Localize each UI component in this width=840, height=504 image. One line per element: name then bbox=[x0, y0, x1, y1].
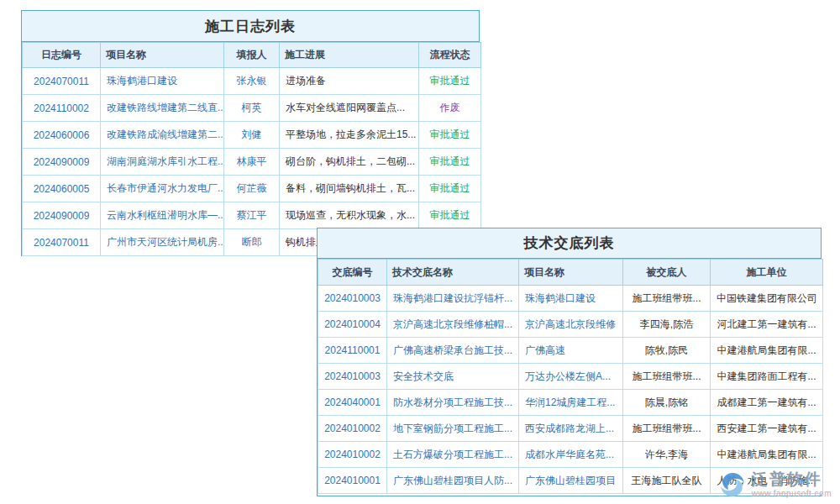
reporter-link[interactable]: 林康平 bbox=[237, 155, 267, 167]
construction-log-table: 日志编号项目名称填报人施工进展流程状态 2024070011珠海鹤港口建设张永银… bbox=[22, 42, 481, 256]
construction-log-title: 施工日志列表 bbox=[22, 11, 479, 42]
project-cell: 广东佛山碧桂园项目 bbox=[519, 468, 623, 494]
reporter-link[interactable]: 蔡江平 bbox=[237, 209, 267, 221]
id-link[interactable]: 2024010003 bbox=[324, 292, 381, 304]
project-link[interactable]: 华润12城房建工程... bbox=[525, 396, 615, 408]
person-cell: 施工班组带班... bbox=[623, 286, 711, 312]
id-link[interactable]: 2024090009 bbox=[34, 156, 90, 168]
column-header-name: 技术交底名称 bbox=[387, 260, 519, 286]
project-cell: 珠海鹤港口建设 bbox=[101, 68, 224, 95]
unit-cell: 河北建工第一建筑有... bbox=[711, 312, 823, 338]
column-header-reporter: 填报人 bbox=[224, 43, 280, 68]
name-link[interactable]: 广佛高速桥梁承台施工技... bbox=[393, 344, 512, 356]
column-header-progress: 施工进展 bbox=[280, 43, 419, 68]
project-link[interactable]: 西安成都路龙湖上... bbox=[525, 423, 614, 434]
project-link[interactable]: 湖南洞庭湖水库引水工程... bbox=[107, 155, 224, 167]
project-link[interactable]: 珠海鹤港口建设 bbox=[525, 292, 596, 304]
name-link[interactable]: 珠海鹤港口建设抗浮锚杆... bbox=[393, 292, 512, 304]
id-cell: 2024010001 bbox=[318, 468, 387, 494]
id-link[interactable]: 2024010002 bbox=[324, 449, 381, 460]
progress-cell: 平整场地，拉走多余泥土15... bbox=[280, 122, 419, 149]
table-row: 2024090009云南水利枢纽潜明水库—...蔡江平现场巡查，无积水现象，水.… bbox=[23, 202, 481, 229]
column-header-id: 交底编号 bbox=[318, 260, 387, 286]
project-link[interactable]: 云南水利枢纽潜明水库—... bbox=[107, 209, 224, 221]
status-cell: 审批通过 bbox=[419, 149, 481, 176]
progress-cell: 现场巡查，无积水现象，水... bbox=[280, 202, 419, 229]
table-row: 2024090009湖南洞庭湖水库引水工程...林康平砌台阶，钩机排土，二包砌.… bbox=[23, 149, 481, 176]
project-link[interactable]: 成都水岸华庭名苑... bbox=[525, 449, 614, 460]
reporter-link[interactable]: 张永银 bbox=[237, 75, 267, 87]
status-text: 审批通过 bbox=[430, 75, 470, 87]
reporter-cell: 林康平 bbox=[224, 149, 280, 176]
project-link[interactable]: 改建铁路成渝线增建第二... bbox=[107, 129, 224, 140]
vendor-watermark: 泛普软件 www.fanpusoft.com bbox=[718, 470, 832, 499]
table-row: 2024010004京沪高速北京段维修桩帽...京沪高速北京段维修李四海,陈浩河… bbox=[318, 312, 823, 338]
reporter-cell: 何芷薇 bbox=[224, 176, 280, 202]
technical-disclosure-body: 2024010003珠海鹤港口建设抗浮锚杆...珠海鹤港口建设施工班组带班...… bbox=[318, 286, 823, 494]
project-link[interactable]: 万达办公楼左侧A... bbox=[525, 370, 611, 382]
vendor-watermark-texts: 泛普软件 www.fanpusoft.com bbox=[752, 471, 832, 498]
person-cell: 陈牧,陈民 bbox=[623, 338, 711, 364]
reporter-link[interactable]: 柯英 bbox=[242, 102, 262, 113]
project-link[interactable]: 长春市伊通河水力发电厂... bbox=[107, 182, 224, 194]
id-link[interactable]: 2024010004 bbox=[324, 318, 381, 330]
project-link[interactable]: 广佛高速 bbox=[525, 344, 565, 356]
technical-disclosure-table: 交底编号技术交底名称项目名称被交底人施工单位 2024010003珠海鹤港口建设… bbox=[318, 259, 823, 494]
project-link[interactable]: 广东佛山碧桂园项目 bbox=[525, 475, 616, 486]
name-link[interactable]: 京沪高速北京段维修桩帽... bbox=[393, 318, 512, 330]
id-cell: 2024010002 bbox=[318, 416, 387, 442]
table-row: 2024060006改建铁路成渝线增建第二...刘健平整场地，拉走多余泥土15.… bbox=[23, 122, 481, 149]
reporter-link[interactable]: 断郎 bbox=[242, 236, 262, 248]
project-cell: 京沪高速北京段维修 bbox=[519, 312, 623, 338]
id-link[interactable]: 2024110001 bbox=[325, 344, 381, 356]
project-cell: 广州市天河区统计局机房... bbox=[101, 229, 224, 256]
person-cell: 李四海,陈浩 bbox=[623, 312, 711, 338]
status-cell: 审批通过 bbox=[419, 68, 481, 95]
status-cell: 审批通过 bbox=[419, 122, 481, 149]
project-link[interactable]: 改建铁路线增建第二线直... bbox=[107, 102, 224, 113]
unit-cell: 西安建工第一建筑有... bbox=[711, 416, 823, 442]
id-link[interactable]: 2024010002 bbox=[324, 423, 381, 434]
project-link[interactable]: 京沪高速北京段维修 bbox=[525, 318, 616, 330]
person-cell: 王海施工队全队 bbox=[623, 468, 711, 494]
id-cell: 2024040001 bbox=[318, 390, 387, 416]
id-cell: 2024010002 bbox=[318, 442, 387, 468]
project-link[interactable]: 珠海鹤港口建设 bbox=[107, 75, 177, 87]
status-cell: 审批通过 bbox=[419, 202, 481, 229]
reporter-cell: 断郎 bbox=[224, 229, 280, 256]
id-link[interactable]: 2024090009 bbox=[34, 210, 90, 222]
name-cell: 地下室钢筋分项工程施工... bbox=[387, 416, 519, 442]
progress-cell: 备料，砌间墙钩机排土，瓦... bbox=[280, 176, 419, 202]
vendor-url-text: www.fanpusoft.com bbox=[752, 489, 832, 498]
progress-cell: 水车对全线遮阳网覆盖点... bbox=[280, 95, 419, 122]
status-cell: 作废 bbox=[419, 95, 481, 122]
status-text: 审批通过 bbox=[430, 129, 470, 140]
column-header-project: 项目名称 bbox=[101, 43, 224, 68]
name-link[interactable]: 广东佛山碧桂园项目人防... bbox=[393, 475, 512, 486]
id-link[interactable]: 2024110002 bbox=[34, 102, 89, 114]
id-link[interactable]: 2024070011 bbox=[34, 76, 89, 87]
reporter-link[interactable]: 刘健 bbox=[242, 129, 262, 140]
name-cell: 安全技术交底 bbox=[387, 364, 519, 390]
name-link[interactable]: 地下室钢筋分项工程施工... bbox=[393, 423, 512, 434]
reporter-link[interactable]: 何芷薇 bbox=[237, 182, 267, 194]
id-link[interactable]: 2024010003 bbox=[324, 370, 381, 382]
project-cell: 湖南洞庭湖水库引水工程... bbox=[101, 149, 224, 176]
reporter-cell: 刘健 bbox=[224, 122, 280, 149]
id-link[interactable]: 2024060005 bbox=[34, 183, 90, 195]
progress-cell: 进场准备 bbox=[280, 68, 419, 95]
name-cell: 京沪高速北京段维修桩帽... bbox=[387, 312, 519, 338]
id-link[interactable]: 2024040001 bbox=[324, 396, 381, 408]
name-link[interactable]: 土石方爆破分项工程施工... bbox=[393, 449, 512, 460]
project-cell: 珠海鹤港口建设 bbox=[519, 286, 623, 312]
name-link[interactable]: 防水卷材分项工程施工技... bbox=[393, 396, 512, 408]
table-row: 2024010002土石方爆破分项工程施工...成都水岸华庭名苑...许华,李海… bbox=[318, 442, 823, 468]
id-link[interactable]: 2024060006 bbox=[34, 129, 90, 141]
id-link[interactable]: 2024070011 bbox=[34, 237, 89, 249]
name-link[interactable]: 安全技术交底 bbox=[393, 370, 454, 382]
id-link[interactable]: 2024010001 bbox=[324, 475, 381, 486]
id-cell: 2024070011 bbox=[23, 68, 101, 95]
project-link[interactable]: 广州市天河区统计局机房... bbox=[107, 236, 224, 248]
table-row: 2024010003珠海鹤港口建设抗浮锚杆...珠海鹤港口建设施工班组带班...… bbox=[318, 286, 823, 312]
fanpu-logo-icon bbox=[718, 470, 747, 499]
